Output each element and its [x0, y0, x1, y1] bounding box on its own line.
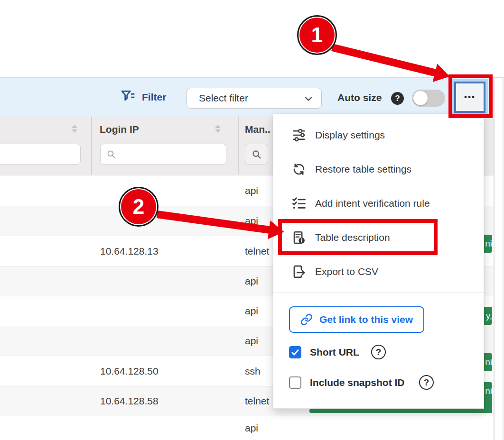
short-url-label: Short URL — [310, 347, 359, 358]
annotation-box-table-description — [278, 219, 438, 255]
cell-login-ip: 10.64.128.50 — [100, 356, 159, 386]
menu-item-restore-table-settings[interactable]: Restore table settings — [273, 159, 484, 180]
more-options-menu: Display settings Restore table settings — [273, 114, 484, 409]
page: Filter Select filter Auto size ? ••• Log… — [0, 0, 504, 440]
menu-item-label: Export to CSV — [315, 266, 378, 277]
cell-management: api — [245, 326, 272, 356]
toggle-knob — [413, 91, 428, 105]
panel-edge-line — [494, 77, 495, 440]
cell-management: api — [245, 175, 272, 206]
menu-item-label: Display settings — [315, 129, 385, 141]
cell-management: api — [245, 296, 272, 326]
refresh-icon — [292, 162, 306, 176]
sliders-icon — [292, 128, 306, 142]
column-header-management[interactable]: Man.. — [245, 124, 271, 135]
table-toolbar: Filter Select filter Auto size ? — [0, 78, 494, 117]
link-icon — [300, 313, 313, 326]
annotation-box-more-button — [448, 74, 493, 118]
column-search-login-ip[interactable] — [100, 144, 226, 165]
annotation-step-2: 2 — [119, 187, 159, 227]
cell-management: api — [245, 416, 272, 440]
scrollbar-track-edge — [503, 77, 504, 440]
get-link-label: Get link to this view — [319, 314, 413, 325]
status-badge: ni — [484, 382, 492, 412]
menu-item-label: Restore table settings — [315, 164, 411, 175]
filter-button[interactable]: Filter — [120, 82, 172, 113]
search-input[interactable] — [120, 149, 220, 159]
cell-management: telnet — [245, 236, 272, 266]
menu-divider — [273, 293, 484, 293]
include-snapshot-label: Include snapshot ID — [310, 377, 405, 388]
cell-login-ip: 10.64.128.58 — [100, 386, 159, 416]
search-icon — [106, 149, 116, 159]
status-badge: ni — [484, 235, 492, 253]
autosize-label: Auto size — [337, 92, 382, 103]
table-row[interactable]: api — [0, 416, 494, 440]
column-header-login-ip[interactable]: Login IP — [100, 124, 139, 135]
short-url-help-icon[interactable]: ? — [371, 345, 386, 359]
annotation-arrow-1 — [331, 44, 436, 76]
menu-item-label: Add intent verification rule — [315, 198, 430, 209]
autosize-help-icon[interactable]: ? — [391, 92, 404, 105]
cell-management: api — [245, 266, 272, 296]
check-icon — [291, 348, 299, 357]
menu-item-display-settings[interactable]: Display settings — [273, 125, 484, 146]
status-badge-bottom-sliver — [309, 409, 492, 413]
filter-label: Filter — [142, 92, 166, 103]
export-icon — [292, 265, 306, 279]
sort-icon[interactable] — [215, 125, 221, 133]
cell-management: telnet — [245, 386, 272, 416]
autosize-toggle[interactable] — [412, 90, 445, 107]
filter-icon — [120, 89, 135, 106]
menu-item-export-to-csv[interactable]: Export to CSV — [273, 261, 484, 282]
filter-select[interactable]: Select filter — [187, 88, 322, 109]
search-icon — [252, 149, 261, 159]
sort-icon[interactable] — [72, 125, 78, 133]
include-snapshot-checkbox[interactable] — [289, 376, 301, 389]
status-badge: y, — [484, 307, 492, 325]
column-search-management[interactable] — [245, 144, 268, 165]
chevron-down-icon — [303, 93, 314, 106]
column-search-first[interactable] — [0, 144, 81, 165]
checklist-icon — [292, 196, 306, 211]
search-input[interactable] — [0, 149, 75, 159]
step-number: 2 — [121, 189, 156, 224]
cell-login-ip: 10.64.128.13 — [100, 236, 159, 266]
include-snapshot-help-icon[interactable]: ? — [419, 375, 434, 390]
cell-management: ssh — [245, 356, 272, 386]
filter-select-value: Select filter — [199, 92, 248, 104]
get-link-button[interactable]: Get link to this view — [289, 306, 424, 333]
short-url-checkbox[interactable] — [289, 346, 301, 358]
step-number: 1 — [299, 18, 335, 53]
menu-item-add-intent-verification-rule[interactable]: Add intent verification rule — [273, 193, 484, 214]
annotation-step-1: 1 — [297, 15, 337, 55]
status-badge: ni — [484, 353, 492, 371]
